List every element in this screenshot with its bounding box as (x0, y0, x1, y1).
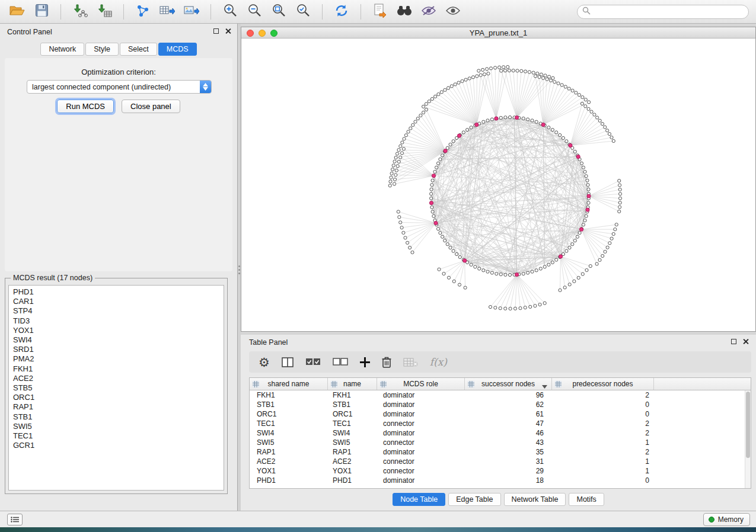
table-cell: RAP1 (250, 447, 328, 457)
search-field[interactable] (577, 5, 749, 19)
list-item[interactable]: STB5 (13, 383, 219, 393)
optimization-criterion-label: Optimization criterion: (0, 68, 237, 76)
table-row[interactable]: RAP1RAP1dominator352 (250, 447, 745, 457)
search-network-button[interactable] (394, 3, 414, 21)
delete-column-trash-icon[interactable] (382, 354, 391, 370)
list-item[interactable]: FKH1 (13, 364, 219, 374)
show-columns-icon[interactable] (282, 354, 294, 370)
memory-button[interactable]: Memory (703, 513, 750, 526)
table-vertical-scrollbar[interactable] (745, 390, 751, 488)
splitter-grip-icon (238, 265, 240, 274)
column-header-predecessor-nodes[interactable]: predecessor nodes (552, 378, 654, 390)
memory-status-icon (709, 517, 714, 523)
control-panel-tabs: Network Style Select MCDS (0, 43, 237, 56)
unselect-all-columns-icon[interactable] (333, 354, 348, 370)
float-panel-icon[interactable] (213, 28, 219, 34)
open-folder-icon (9, 5, 25, 19)
table-cell: YOX1 (250, 466, 328, 476)
tab-select[interactable]: Select (120, 43, 157, 56)
table-row[interactable]: SWI5SWI5connector431 (250, 438, 745, 447)
list-item[interactable]: SWI5 (13, 422, 219, 431)
import-table-icon (97, 4, 112, 20)
zoom-out-button[interactable] (244, 3, 264, 21)
import-network-button[interactable] (70, 3, 90, 21)
column-type-icon (555, 381, 562, 389)
list-item[interactable]: SRD1 (13, 345, 219, 354)
table-cell: 62 (465, 400, 552, 409)
table-row[interactable]: STB1STB1dominator620 (250, 400, 745, 409)
control-panel-title: Control Panel (7, 28, 52, 36)
import-table-button[interactable] (94, 3, 114, 21)
zoom-in-button[interactable] (220, 3, 240, 21)
toolbar-separator (361, 4, 361, 20)
run-mcds-button[interactable]: Run MCDS (57, 100, 114, 113)
search-input[interactable] (591, 8, 744, 16)
table-row[interactable]: FKH1FKH1dominator962 (250, 390, 745, 400)
mcds-result-list[interactable]: PHD1CAR1STP4TID3YOX1SWI4SRD1PMA2FKH1ACE2… (8, 285, 224, 491)
list-item[interactable]: TEC1 (13, 431, 219, 441)
network-window-titlebar[interactable]: YPA_prune.txt_1 (241, 27, 755, 39)
list-item[interactable]: SWI4 (13, 335, 219, 345)
show-task-history-button[interactable] (7, 514, 23, 525)
dropdown-stepper-icon (200, 81, 211, 93)
tab-network-table[interactable]: Network Table (504, 493, 566, 506)
list-item[interactable]: ACE2 (13, 374, 219, 383)
table-row[interactable]: ACE2ACE2connector311 (250, 457, 745, 466)
export-image-icon (184, 4, 199, 20)
create-column-plus-icon[interactable] (360, 354, 370, 370)
tab-style[interactable]: Style (85, 43, 119, 56)
apply-layout-button[interactable] (331, 3, 352, 21)
table-row[interactable]: TEC1TEC1connector472 (250, 419, 745, 428)
column-header-mcds-role[interactable]: MCDS role (377, 378, 465, 390)
list-item[interactable]: YOX1 (13, 326, 219, 335)
list-item[interactable]: GCR1 (13, 441, 219, 450)
table-row[interactable]: YOX1YOX1connector291 (250, 466, 745, 476)
save-session-button[interactable] (31, 3, 52, 21)
hide-selected-button[interactable] (419, 3, 439, 21)
clone-network-button[interactable] (370, 3, 390, 21)
network-canvas[interactable] (241, 39, 755, 331)
select-all-columns-icon[interactable] (305, 354, 321, 370)
list-item[interactable]: PHD1 (13, 287, 219, 297)
scrollbar-thumb[interactable] (746, 392, 750, 458)
show-all-button[interactable] (443, 3, 463, 21)
tab-motifs[interactable]: Motifs (569, 493, 604, 506)
float-table-panel-icon[interactable] (731, 339, 736, 344)
list-item[interactable]: CAR1 (13, 297, 219, 306)
node-table-body: FKH1FKH1dominator962STB1STB1dominator620… (250, 390, 745, 488)
close-table-panel-icon[interactable] (742, 338, 749, 345)
table-row[interactable]: PHD1PHD1dominator180 (250, 476, 745, 485)
zoom-fit-button[interactable] (269, 3, 289, 21)
export-image-button[interactable] (181, 3, 202, 21)
list-item[interactable]: STP4 (13, 306, 219, 316)
list-item[interactable]: PMA2 (13, 354, 219, 364)
list-item[interactable]: TID3 (13, 316, 219, 326)
table-row[interactable]: ORC1ORC1dominator610 (250, 409, 745, 419)
table-cell: 1 (552, 438, 654, 447)
column-type-icon (468, 381, 474, 389)
tab-network[interactable]: Network (40, 43, 84, 56)
table-cell: dominator (377, 428, 465, 438)
new-network-button[interactable] (133, 3, 153, 21)
column-header-shared-name[interactable]: shared name (250, 378, 328, 390)
export-table-button[interactable] (157, 3, 177, 21)
tab-mcds[interactable]: MCDS (158, 43, 197, 56)
tab-edge-table[interactable]: Edge Table (448, 493, 500, 506)
table-settings-gear-icon[interactable]: ⚙ (259, 354, 270, 370)
close-panel-icon[interactable] (225, 28, 231, 34)
table-cell: 0 (552, 476, 654, 485)
close-panel-button[interactable]: Close panel (122, 100, 180, 113)
optimization-dropdown[interactable]: largest connected component (undirected) (27, 80, 212, 94)
column-header-name[interactable]: name (328, 378, 377, 390)
table-row[interactable]: SWI4SWI4dominator462 (250, 428, 745, 438)
table-cell: 2 (552, 419, 654, 428)
table-cell-filler (654, 409, 745, 419)
list-item[interactable]: STB1 (13, 412, 219, 422)
open-file-button[interactable] (7, 3, 27, 21)
zoom-selected-button[interactable] (293, 3, 313, 21)
binoculars-icon (397, 5, 412, 19)
list-item[interactable]: ORC1 (13, 393, 219, 402)
tab-node-table[interactable]: Node Table (393, 493, 445, 506)
list-item[interactable]: RAP1 (13, 402, 219, 412)
column-header-successor-nodes[interactable]: successor nodes (465, 378, 552, 390)
